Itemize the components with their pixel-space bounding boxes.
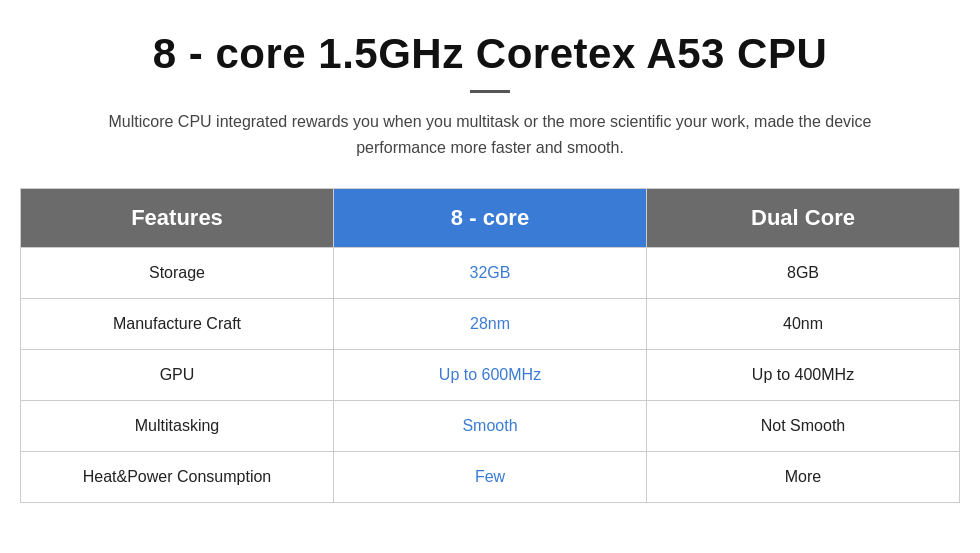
table-row: GPUUp to 600MHzUp to 400MHz [21, 350, 960, 401]
cell-8core-value: Smooth [334, 401, 647, 452]
comparison-table: Features 8 - core Dual Core Storage32GB8… [20, 188, 960, 503]
cell-dual-value: 40nm [647, 299, 960, 350]
col-header-dual: Dual Core [647, 189, 960, 248]
table-row: Manufacture Craft28nm40nm [21, 299, 960, 350]
title-divider [470, 90, 510, 93]
cell-feature: Storage [21, 248, 334, 299]
cell-feature: Multitasking [21, 401, 334, 452]
table-row: Storage32GB8GB [21, 248, 960, 299]
table-row: Heat&Power ConsumptionFewMore [21, 452, 960, 503]
cell-8core-value: 28nm [334, 299, 647, 350]
cell-feature: Heat&Power Consumption [21, 452, 334, 503]
table-row: MultitaskingSmoothNot Smooth [21, 401, 960, 452]
cell-feature: Manufacture Craft [21, 299, 334, 350]
page-title: 8 - core 1.5GHz Coretex A53 CPU [153, 30, 828, 78]
cell-dual-value: More [647, 452, 960, 503]
col-header-8core: 8 - core [334, 189, 647, 248]
cell-8core-value: Up to 600MHz [334, 350, 647, 401]
cell-dual-value: 8GB [647, 248, 960, 299]
cell-8core-value: 32GB [334, 248, 647, 299]
cell-dual-value: Up to 400MHz [647, 350, 960, 401]
col-header-features: Features [21, 189, 334, 248]
page-subtitle: Multicore CPU integrated rewards you whe… [90, 109, 890, 160]
cell-feature: GPU [21, 350, 334, 401]
cell-8core-value: Few [334, 452, 647, 503]
cell-dual-value: Not Smooth [647, 401, 960, 452]
